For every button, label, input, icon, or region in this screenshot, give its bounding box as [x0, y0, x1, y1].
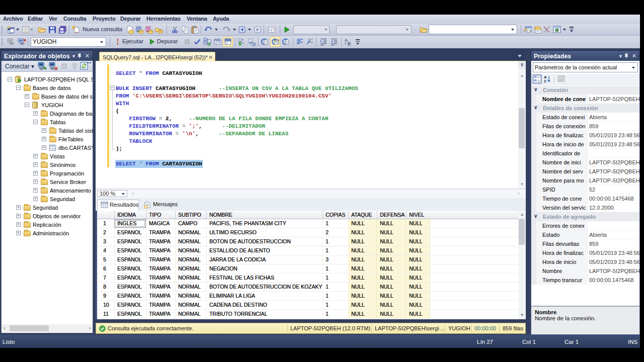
svg-text:Z: Z	[544, 79, 546, 83]
svg-text:B: B	[348, 41, 351, 46]
